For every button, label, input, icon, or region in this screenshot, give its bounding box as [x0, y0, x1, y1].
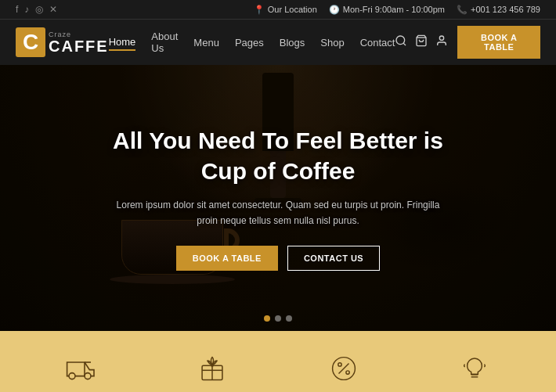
hours-info: 🕐 Mon-Fri 9:00am - 10:00pm: [329, 5, 445, 15]
svg-point-3: [69, 373, 75, 379]
features-section: Free Delivery Delivery On All Orders Ove…: [0, 331, 556, 392]
logo-letter: C: [16, 27, 45, 57]
cart-icon[interactable]: [415, 34, 428, 50]
nav-home[interactable]: Home: [109, 34, 136, 51]
hero-section: All You Need To Feel Better is Cup of Co…: [0, 65, 556, 331]
user-icon[interactable]: [435, 34, 448, 50]
hero-title: All You Need To Feel Better is Cup of Co…: [106, 125, 450, 186]
hero-book-button[interactable]: BOOK A TABLE: [176, 246, 278, 271]
svg-point-2: [440, 36, 444, 40]
logo-text: Craze CAFFE: [49, 31, 109, 54]
facebook-icon[interactable]: f: [16, 4, 18, 15]
rewards-icon: [153, 354, 271, 389]
header-icons: [395, 34, 448, 50]
instagram-icon[interactable]: ◎: [35, 4, 43, 15]
feature-services: Services Online Delivery On All Orders O…: [416, 354, 533, 392]
nav-about[interactable]: About Us: [151, 29, 178, 56]
main-nav: Home About Us Menu Pages Blogs Shop Cont…: [109, 29, 395, 56]
hero-buttons: BOOK A TABLE CONTACT US: [106, 246, 450, 271]
svg-point-0: [396, 36, 405, 45]
nav-shop[interactable]: Shop: [320, 35, 344, 50]
social-icons: f ♪ ◎ ✕: [16, 4, 57, 15]
svg-point-4: [85, 373, 91, 379]
top-bar-info: 📍 Our Location 🕐 Mon-Fri 9:00am - 10:00p…: [254, 5, 540, 15]
hero-description: Lorem ipsum dolor sit amet consectetur. …: [106, 198, 450, 228]
clock-icon: 🕐: [329, 5, 340, 15]
top-bar: f ♪ ◎ ✕ 📍 Our Location 🕐 Mon-Fri 9:00am …: [0, 0, 556, 19]
phone-icon: 📞: [457, 5, 468, 15]
svg-point-7: [338, 363, 341, 366]
logo[interactable]: C Craze CAFFE: [16, 27, 109, 57]
slider-dot-1[interactable]: [264, 315, 270, 322]
svg-point-8: [346, 371, 349, 374]
feature-discounts: Sale & Discounts Delivery On All Orders …: [285, 354, 403, 392]
slider-dot-2[interactable]: [275, 315, 281, 322]
location-info: 📍 Our Location: [254, 5, 317, 15]
location-icon: 📍: [254, 5, 265, 15]
twitter-icon[interactable]: ✕: [49, 4, 57, 15]
services-icon: [416, 354, 533, 389]
hero-content: All You Need To Feel Better is Cup of Co…: [106, 125, 450, 270]
header-right: BOOK A TABLE: [395, 26, 540, 59]
nav-contact[interactable]: Contact: [360, 35, 395, 50]
nav-pages[interactable]: Pages: [235, 35, 264, 50]
phone-info: 📞 +001 123 456 789: [457, 5, 540, 15]
slider-dot-3[interactable]: [286, 315, 292, 322]
delivery-icon: [23, 354, 140, 389]
feature-delivery: Free Delivery Delivery On All Orders Ove…: [23, 354, 140, 392]
discounts-icon: [285, 354, 403, 389]
feature-rewards: Mug Rewards Delivery On All Orders Over …: [153, 354, 271, 392]
tiktok-icon[interactable]: ♪: [24, 4, 29, 15]
book-table-button[interactable]: BOOK A TABLE: [457, 26, 540, 59]
search-icon[interactable]: [395, 34, 407, 50]
nav-blogs[interactable]: Blogs: [280, 35, 305, 50]
logo-caffe: CAFFE: [49, 38, 109, 54]
nav-menu[interactable]: Menu: [193, 35, 219, 50]
slider-dots: [264, 315, 292, 322]
header: C Craze CAFFE Home About Us Menu Pages B…: [0, 19, 556, 65]
hero-contact-button[interactable]: CONTACT US: [287, 246, 380, 271]
